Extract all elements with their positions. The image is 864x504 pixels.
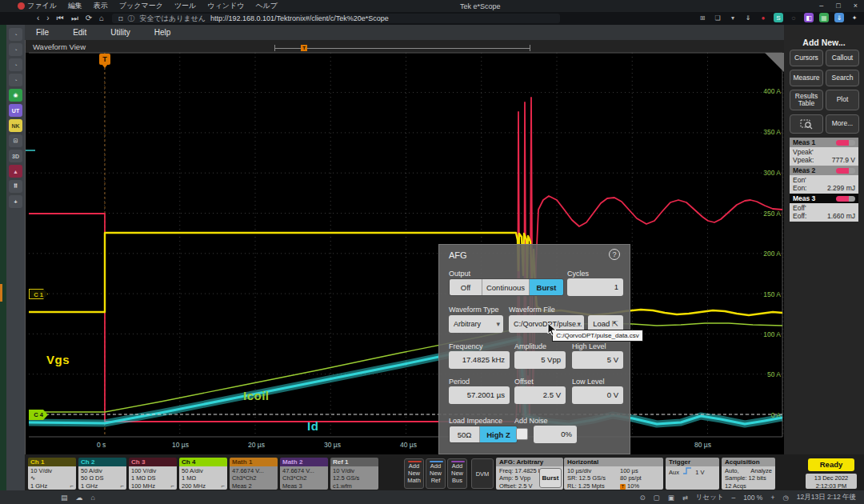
- offset-input[interactable]: 2.5 V: [514, 386, 566, 404]
- sidebar-app-icon-1[interactable]: ◔: [9, 43, 22, 56]
- bookmark-icon[interactable]: ❏: [713, 13, 722, 22]
- record-icon[interactable]: ●: [758, 13, 768, 22]
- zoom-in-button[interactable]: +: [770, 494, 774, 502]
- add-noise-input[interactable]: 0%: [534, 426, 577, 443]
- browser-menu-3[interactable]: ブックマーク: [119, 1, 163, 11]
- tiles-icon[interactable]: ⊞: [698, 13, 707, 22]
- minimize-button[interactable]: –: [819, 2, 823, 10]
- home-icon[interactable]: ⌂: [99, 14, 104, 23]
- cursors-button[interactable]: Cursors: [790, 50, 823, 66]
- impedance-highz-button[interactable]: High Z: [480, 426, 517, 442]
- waveform-type-dropdown[interactable]: Arbitrary: [449, 315, 503, 333]
- afg-burst-button[interactable]: Burst: [539, 468, 562, 488]
- measurement-nav-pill[interactable]: [836, 140, 855, 146]
- browser-menu-0[interactable]: ファイル: [27, 1, 57, 11]
- channel2-position-marker[interactable]: [26, 150, 35, 151]
- measurement-badge-1[interactable]: Meas 1 Vpeak' Vpeak:777.9 V: [790, 138, 858, 166]
- measurement-badge-3[interactable]: Meas 3 Eoff' Eoff:1.660 mJ: [790, 194, 858, 222]
- browser-menu-6[interactable]: ヘルプ: [255, 1, 278, 11]
- plot-button[interactable]: Plot: [826, 90, 859, 110]
- sidebar-app-icon-8[interactable]: 3D: [9, 150, 22, 162]
- app-menu-edit[interactable]: Edit: [73, 28, 86, 37]
- app-menu-file[interactable]: File: [36, 28, 49, 37]
- badge-ch2[interactable]: Ch 2 50 A/div 50 Ω DS 1 GHz ⌐: [78, 458, 126, 490]
- rewind-icon[interactable]: ⏮: [57, 14, 64, 23]
- fastforward-icon[interactable]: ⏭: [71, 14, 78, 23]
- badge-ref1[interactable]: Ref 1 10 V/div 12.5 GS/s c1.wfm: [330, 458, 378, 490]
- caret-down-icon[interactable]: ▾: [728, 13, 738, 22]
- browser-menu-1[interactable]: 編集: [68, 1, 82, 11]
- zoom-tool-button[interactable]: [790, 114, 823, 134]
- measurement-badge-2[interactable]: Meas 2 Eon' Eon:2.299 mJ: [790, 166, 858, 194]
- output-off-button[interactable]: Off: [450, 279, 482, 295]
- url-field[interactable]: ◘ ⓘ 安全ではありません http://192.168.0.101/Tektr…: [112, 14, 560, 23]
- search-button[interactable]: Search: [826, 70, 859, 86]
- browser-logo-icon[interactable]: [18, 2, 25, 10]
- badge-ch3[interactable]: Ch 3 100 V/div 1 MΩ DS 100 MHz ⌐: [129, 458, 177, 490]
- impedance-50ohm-button[interactable]: 50Ω: [450, 426, 480, 442]
- app-purple-icon[interactable]: ◧: [804, 13, 814, 22]
- measurement-nav-pill[interactable]: [836, 196, 855, 202]
- browser-menu-5[interactable]: ウィンドウ: [207, 1, 244, 11]
- help-icon[interactable]: ?: [609, 249, 620, 260]
- sidebar-app-icon-7[interactable]: ⊡: [9, 134, 22, 147]
- more-button[interactable]: More...: [826, 114, 859, 134]
- close-button[interactable]: ×: [854, 2, 858, 10]
- sidebar-app-icon-9[interactable]: ▲: [9, 165, 22, 178]
- period-input[interactable]: 57.2001 µs: [449, 386, 510, 404]
- results-table-button[interactable]: Results Table: [790, 90, 823, 110]
- dvm-button[interactable]: DVM: [471, 458, 494, 489]
- frequency-input[interactable]: 17.4825 kHz: [449, 351, 510, 369]
- browser-menu-2[interactable]: 表示: [94, 1, 108, 11]
- sidebar-app-icon-10[interactable]: ⠿: [9, 180, 22, 193]
- trigger-badge[interactable]: Trigger Aux 1 V: [666, 458, 719, 490]
- add-new-ref-button[interactable]: AddNewRef: [426, 458, 446, 489]
- download-blue-icon[interactable]: ⇓: [834, 13, 844, 22]
- add-noise-checkbox[interactable]: [516, 428, 528, 440]
- incognito-icon[interactable]: ◌: [789, 13, 798, 22]
- home-status-icon[interactable]: ⌂: [91, 494, 95, 502]
- low-level-input[interactable]: 0 V: [572, 386, 623, 404]
- image-toggle-icon[interactable]: ▣: [668, 494, 674, 502]
- forward-icon[interactable]: ›: [46, 14, 49, 23]
- app-menu-help[interactable]: Help: [154, 28, 171, 37]
- cycles-input[interactable]: 1: [567, 278, 623, 296]
- swap-icon[interactable]: ⇄: [682, 494, 688, 502]
- app-green-icon[interactable]: ▦: [819, 13, 829, 22]
- browser-menu-4[interactable]: ツール: [174, 1, 196, 11]
- sync-cloud-icon[interactable]: ☁: [76, 494, 83, 502]
- tile-icon[interactable]: ▢: [654, 494, 660, 502]
- sidebar-app-icon-11[interactable]: +: [9, 195, 22, 208]
- trigger-position-flag[interactable]: T: [99, 54, 110, 65]
- skype-icon[interactable]: S: [774, 13, 783, 22]
- badge-math1[interactable]: Math 1 47.6674 V... Ch3*Ch2 Meas 2: [230, 458, 278, 490]
- acquisition-badge[interactable]: Acquisition Auto,Analyze Sample: 12 bits…: [722, 458, 775, 490]
- app-menu-utility[interactable]: Utility: [110, 28, 130, 37]
- add-new-math-button[interactable]: AddNewMath: [404, 458, 424, 489]
- badge-math2[interactable]: Math 2 47.6674 V... Ch3*Ch2 Meas 3: [280, 458, 328, 490]
- horizontal-badge[interactable]: Horizontal 10 µs/div100 µs SR: 12.5 GS/s…: [564, 458, 663, 490]
- badge-ch1[interactable]: Ch 1 10 V/div ∿ 1 GHz ⌐: [28, 458, 76, 490]
- high-level-input[interactable]: 5 V: [572, 351, 623, 369]
- afg-badge[interactable]: AFG: Arbitrary Freq: 17.4825 kHz Amp: 5 …: [496, 458, 563, 490]
- sidebar-app-icon-3[interactable]: ◔: [9, 74, 22, 86]
- back-icon[interactable]: ‹: [37, 14, 39, 23]
- reload-icon[interactable]: ⟳: [86, 14, 92, 23]
- download-icon[interactable]: ⇓: [743, 13, 753, 22]
- callout-button[interactable]: Callout: [826, 50, 859, 66]
- zoom-corner-handle[interactable]: [765, 53, 784, 72]
- maximize-button[interactable]: □: [836, 2, 840, 10]
- sidebar-app-icon-0[interactable]: ◔: [9, 28, 22, 41]
- badge-ch4[interactable]: Ch 4 50 A/div 1 MΩ 200 MHz ⌐: [179, 458, 227, 490]
- extension-icon[interactable]: ✦: [850, 13, 859, 22]
- measure-button[interactable]: Measure: [790, 70, 823, 86]
- waveform-plot[interactable]: [26, 40, 785, 454]
- panel-toggle-icon[interactable]: ▤: [61, 494, 68, 502]
- output-burst-button[interactable]: Burst: [530, 279, 563, 295]
- sidebar-app-icon-5[interactable]: UT: [9, 104, 22, 117]
- sidebar-app-icon-2[interactable]: ◔: [9, 58, 22, 71]
- measurement-nav-pill[interactable]: [836, 168, 855, 174]
- sidebar-app-icon-4[interactable]: ◉: [9, 89, 22, 102]
- sidebar-app-icon-6[interactable]: NK: [9, 119, 22, 132]
- amplitude-input[interactable]: 5 Vpp: [514, 351, 566, 369]
